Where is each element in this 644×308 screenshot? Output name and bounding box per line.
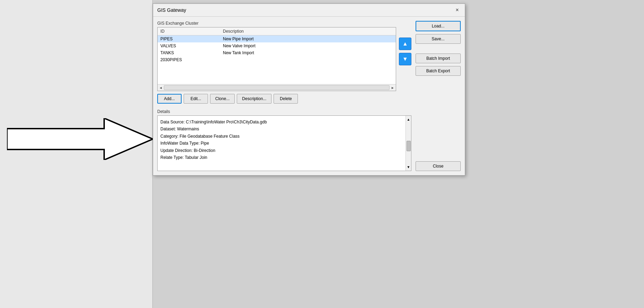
dialog-body: GIS Exchange Cluster ID Description [153, 17, 465, 175]
details-content: Data Source: C:\Training\InfoWater Pro\C… [160, 119, 408, 161]
load-button[interactable]: Load... [416, 21, 461, 31]
table-and-arrows: ID Description PIPES New Pipe Import [157, 27, 411, 106]
table-container: ID Description PIPES New Pipe Import [157, 27, 396, 91]
scroll-thumb[interactable] [407, 141, 411, 151]
details-label: Details [157, 109, 411, 114]
table-body[interactable]: PIPES New Pipe Import VALVES New Valve I… [158, 35, 396, 84]
save-button[interactable]: Save... [416, 34, 461, 44]
background: GIS Gateway × GIS Exchange Cluster ID [0, 0, 644, 308]
table-header-description: Description [223, 29, 393, 34]
detail-line-1: Data Source: C:\Training\InfoWater Pro\C… [160, 119, 401, 125]
table-row[interactable]: 2030PIPES [158, 56, 396, 63]
table-row-id: TANKS [160, 50, 223, 55]
dialog-close-button[interactable]: × [454, 7, 461, 14]
details-section: Details Data Source: C:\Training\InfoWat… [157, 109, 411, 171]
table-row-id: PIPES [160, 37, 223, 41]
batch-export-button[interactable]: Batch Export [416, 66, 461, 76]
close-btn-container: Close [416, 154, 461, 171]
action-buttons: Add... Edit... Clone... Description... D… [157, 94, 396, 104]
table-scrollbar[interactable]: ◄ ► [158, 84, 396, 91]
spacer [416, 47, 461, 51]
move-up-button[interactable]: ▲ [399, 38, 411, 50]
dialog-main: GIS Exchange Cluster ID Description [157, 21, 411, 171]
table-row-desc: New Pipe Import [223, 37, 393, 41]
up-arrow-icon: ▲ [402, 41, 408, 47]
delete-button[interactable]: Delete [274, 94, 298, 104]
details-scrollbar[interactable]: ▲ ▼ [405, 116, 411, 171]
batch-import-button[interactable]: Batch Import [416, 54, 461, 63]
gis-exchange-label: GIS Exchange Cluster [157, 21, 411, 26]
dialog-titlebar: GIS Gateway × [153, 4, 465, 17]
description-button[interactable]: Description... [237, 94, 271, 104]
table-row-desc: New Tank Import [223, 50, 393, 55]
dialog-title: GIS Gateway [157, 7, 186, 13]
down-arrow-icon: ▼ [402, 56, 408, 62]
dialog: GIS Gateway × GIS Exchange Cluster ID [153, 3, 465, 176]
table-row[interactable]: PIPES New Pipe Import [158, 35, 396, 42]
table-row-desc [223, 57, 393, 62]
dialog-sidebar: Load... Save... Batch Import Batch Expor… [416, 21, 461, 171]
add-button[interactable]: Add... [157, 94, 182, 104]
left-panel [0, 0, 153, 308]
gis-exchange-section: GIS Exchange Cluster ID Description [157, 21, 411, 106]
details-box: Data Source: C:\Training\InfoWater Pro\C… [157, 115, 411, 171]
close-button[interactable]: Close [416, 161, 461, 171]
table-section: ID Description PIPES New Pipe Import [157, 27, 396, 106]
arrow-container [7, 118, 153, 160]
scroll-track[interactable] [164, 85, 390, 90]
mid-arrows: ▲ ▼ [399, 27, 411, 65]
table-row-desc: New Valve Import [223, 43, 393, 48]
move-down-button[interactable]: ▼ [399, 53, 411, 65]
clone-button[interactable]: Clone... [210, 94, 235, 104]
edit-button[interactable]: Edit... [184, 94, 208, 104]
detail-line-5: Update Direction: Bi-Direction [160, 147, 401, 154]
table-row-id: VALVES [160, 43, 223, 48]
scroll-up-icon[interactable]: ▲ [407, 116, 410, 122]
scroll-right-icon[interactable]: ► [391, 86, 394, 90]
detail-line-3: Category: File Geodatabase Feature Class [160, 133, 401, 140]
table-row[interactable]: VALVES New Valve Import [158, 42, 396, 49]
table-header-id: ID [160, 29, 223, 34]
table-row-id: 2030PIPES [160, 57, 223, 62]
detail-line-2: Dataset: Watermains [160, 125, 401, 132]
detail-line-6: Relate Type: Tabular Join [160, 154, 401, 161]
table-header: ID Description [158, 27, 396, 35]
scroll-left-icon[interactable]: ◄ [159, 86, 162, 90]
svg-marker-0 [7, 118, 153, 160]
scroll-down-icon[interactable]: ▼ [407, 164, 410, 170]
table-row[interactable]: TANKS New Tank Import [158, 49, 396, 56]
detail-line-4: InfoWater Data Type: Pipe [160, 140, 401, 147]
